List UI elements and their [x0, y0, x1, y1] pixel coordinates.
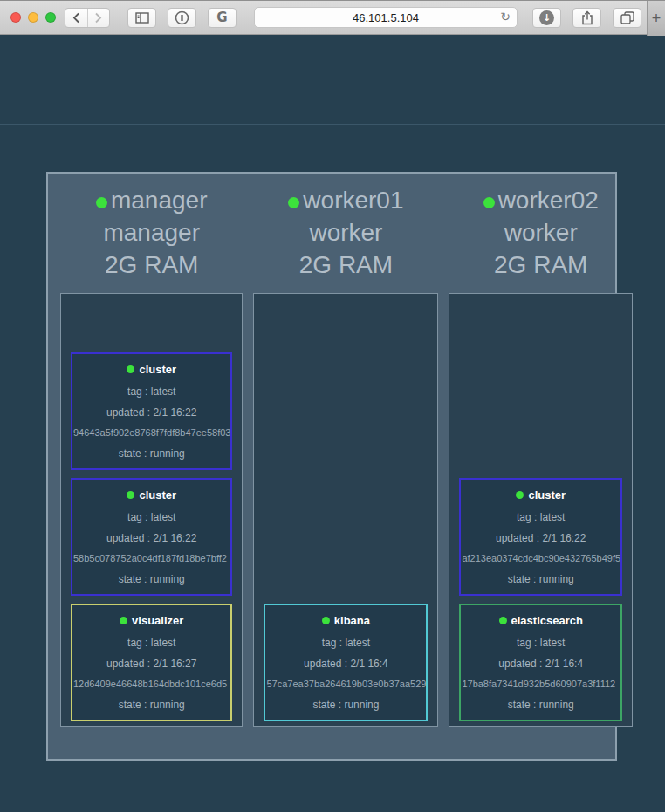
- container-state: state : running: [72, 447, 230, 460]
- node-name-line: worker02: [449, 184, 633, 216]
- container-id: af213ea0374cdc4bc90e432765b49f5: [461, 553, 620, 563]
- container-status-dot-icon: [322, 617, 330, 624]
- container-tag: tag : latest: [265, 637, 426, 649]
- container-tag: tag : latest: [72, 511, 230, 523]
- reload-icon[interactable]: ↻: [500, 10, 511, 24]
- overlapping-squares-icon: [620, 11, 634, 24]
- zoom-window-button[interactable]: [45, 12, 56, 23]
- container-name: visualizer: [132, 614, 183, 627]
- close-window-button[interactable]: [10, 12, 21, 23]
- container-updated: updated : 2/1 16:22: [461, 532, 620, 544]
- sidebar-button[interactable]: [127, 8, 156, 28]
- container-updated: updated : 2/1 16:4: [461, 658, 620, 670]
- sidebar-icon: [135, 12, 149, 24]
- container-title: cluster: [461, 488, 620, 502]
- node-role: worker: [449, 216, 633, 249]
- container-id: 12d6409e46648b164dbdc101ce6d5: [72, 679, 230, 689]
- minimize-window-button[interactable]: [28, 12, 38, 23]
- node-role: manager: [60, 216, 243, 249]
- browser-toolbar: G 46.101.5.104 ↻ ↓ +: [0, 0, 665, 35]
- container-status-dot-icon: [516, 491, 524, 499]
- address-bar[interactable]: 46.101.5.104 ↻: [254, 7, 518, 28]
- plus-icon: +: [652, 10, 662, 28]
- visualizer-panel: manager manager 2G RAM cluster tag : lat…: [46, 172, 617, 761]
- container-title: cluster: [72, 488, 230, 502]
- node-header: worker01 worker 2G RAM: [253, 174, 438, 293]
- node-container-box: cluster tag : latest updated : 2/1 16:22…: [60, 293, 243, 727]
- container-tag: tag : latest: [72, 386, 230, 398]
- url-text: 46.101.5.104: [353, 11, 419, 24]
- container-state: state : running: [72, 573, 230, 585]
- node-name-line: manager: [60, 184, 243, 216]
- container-title: kibana: [265, 614, 426, 627]
- container-updated: updated : 2/1 16:22: [72, 406, 230, 419]
- node-header: manager manager 2G RAM: [60, 174, 243, 293]
- forward-button[interactable]: [88, 9, 110, 27]
- chevron-right-icon: [94, 12, 102, 24]
- container-state: state : running: [461, 573, 620, 585]
- container-tag: tag : latest: [72, 637, 230, 649]
- container-name: cluster: [528, 488, 566, 502]
- container-id: 94643a5f902e8768f7fdf8b47ee58f03: [72, 427, 230, 438]
- node-ram: 2G RAM: [449, 249, 633, 281]
- container-id: 17ba8fa7341d932b5d60907a3f1112: [461, 679, 620, 689]
- chevron-left-icon: [72, 12, 80, 24]
- letter-g-icon: G: [216, 10, 227, 25]
- node-columns: manager manager 2G RAM cluster tag : lat…: [60, 174, 603, 759]
- container-title: cluster: [72, 363, 230, 376]
- page-content: manager manager 2G RAM cluster tag : lat…: [0, 35, 665, 811]
- share-icon: [581, 10, 593, 25]
- node-name: manager: [111, 187, 208, 214]
- container-name: kibana: [334, 614, 370, 627]
- tab-overview-button[interactable]: [613, 8, 641, 28]
- extension-g-button[interactable]: G: [208, 8, 237, 28]
- node-worker01: worker01 worker 2G RAM kibana tag : late…: [253, 174, 438, 759]
- container-card-cluster: cluster tag : latest updated : 2/1 16:22…: [71, 352, 232, 470]
- container-status-dot-icon: [127, 491, 134, 499]
- node-manager: manager manager 2G RAM cluster tag : lat…: [60, 174, 243, 759]
- node-name-line: worker01: [253, 184, 438, 216]
- container-tag: tag : latest: [461, 511, 620, 523]
- container-updated: updated : 2/1 16:27: [72, 658, 230, 670]
- container-updated: updated : 2/1 16:4: [265, 658, 426, 670]
- node-ram: 2G RAM: [60, 249, 243, 281]
- share-button[interactable]: [572, 8, 601, 28]
- container-card-visualizer: visualizer tag : latest updated : 2/1 16…: [71, 604, 232, 721]
- container-state: state : running: [265, 699, 426, 711]
- node-header: worker02 worker 2G RAM: [449, 174, 633, 293]
- browser-window: G 46.101.5.104 ↻ ↓ +: [0, 0, 665, 812]
- circled-one-icon: [175, 10, 189, 25]
- container-status-dot-icon: [127, 365, 134, 373]
- node-container-box: kibana tag : latest updated : 2/1 16:4 5…: [253, 293, 438, 727]
- container-status-dot-icon: [499, 617, 507, 624]
- history-nav-group: [65, 8, 110, 28]
- window-controls: [10, 12, 56, 23]
- node-name: worker01: [303, 187, 403, 214]
- container-card-kibana: kibana tag : latest updated : 2/1 16:4 5…: [264, 604, 428, 721]
- node-status-dot-icon: [288, 197, 299, 208]
- container-title: visualizer: [72, 614, 230, 627]
- container-name: cluster: [139, 363, 176, 376]
- container-id: 58b5c078752a0c4df187fd18be7bff2: [72, 553, 230, 563]
- container-title: elasticsearch: [461, 614, 620, 627]
- container-card-cluster: cluster tag : latest updated : 2/1 16:22…: [459, 478, 622, 596]
- container-tag: tag : latest: [461, 637, 620, 649]
- node-container-box: cluster tag : latest updated : 2/1 16:22…: [449, 293, 633, 727]
- extension-one-button[interactable]: [168, 8, 196, 28]
- node-role: worker: [253, 216, 438, 249]
- container-card-elasticsearch: elasticsearch tag : latest updated : 2/1…: [459, 604, 622, 721]
- downloads-button[interactable]: ↓: [532, 8, 561, 28]
- node-status-dot-icon: [483, 197, 495, 208]
- node-name: worker02: [498, 187, 599, 214]
- container-updated: updated : 2/1 16:22: [72, 532, 230, 544]
- container-name: cluster: [139, 488, 176, 502]
- back-button[interactable]: [65, 9, 87, 27]
- new-tab-button[interactable]: +: [647, 1, 665, 36]
- app-header-band: [0, 35, 665, 125]
- node-status-dot-icon: [96, 197, 107, 208]
- node-ram: 2G RAM: [253, 249, 438, 281]
- container-card-cluster: cluster tag : latest updated : 2/1 16:22…: [71, 478, 232, 596]
- container-name: elasticsearch: [511, 614, 583, 627]
- container-id: 57ca7ea37ba264619b03e0b37aa529: [265, 679, 426, 689]
- container-state: state : running: [461, 699, 620, 711]
